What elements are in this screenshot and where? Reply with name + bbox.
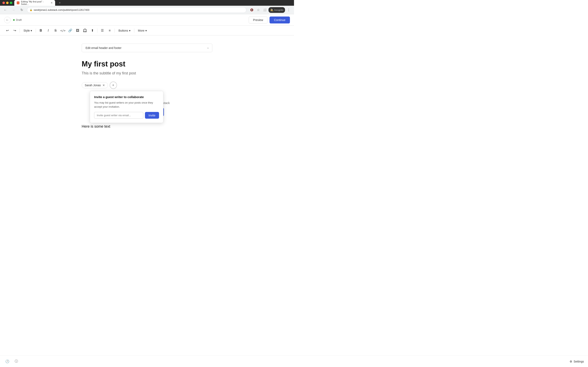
more-label: More (138, 29, 145, 32)
preview-button[interactable]: Preview (249, 17, 268, 24)
tab-close-button[interactable]: ✕ (51, 1, 53, 4)
bold-button[interactable]: B (38, 27, 44, 34)
header-actions: Preview Continue (249, 17, 290, 24)
code-button[interactable]: </> (60, 27, 66, 34)
incognito-icon: 🕵 (270, 8, 273, 11)
minimize-window-button[interactable] (6, 2, 9, 4)
draft-dot (13, 19, 15, 21)
editor-content-area: Edit email header and footer › My first … (0, 35, 294, 165)
incognito-label: Incognito (274, 9, 283, 11)
editor-header: ← Draft Preview Continue (0, 14, 294, 26)
reload-button[interactable]: ↻ (19, 7, 25, 13)
invite-guest-writer-popup: Invite a guest writer to collaborate You… (90, 91, 163, 123)
more-dropdown[interactable]: More ▾ (136, 28, 149, 33)
media-control-button[interactable]: 🔇 (249, 7, 255, 13)
browser-actions: 🔇 ☆ ⬜ 🕵 Incognito ⋮ (249, 7, 292, 13)
email-header-bar[interactable]: Edit email header and footer › (82, 44, 212, 52)
tab-favicon: S (17, 1, 19, 4)
invite-button[interactable]: Invite (145, 112, 159, 119)
post-title[interactable]: My first post (82, 59, 212, 68)
back-button[interactable]: ← (4, 17, 11, 23)
invite-email-input[interactable] (94, 112, 143, 119)
buttons-dropdown-icon: ▾ (129, 29, 130, 32)
forward-navigation-button[interactable]: → (11, 7, 16, 13)
buttons-dropdown[interactable]: Buttons ▾ (116, 28, 132, 33)
draft-label: Draft (16, 18, 22, 21)
audio-button[interactable]: 🎧 (82, 27, 88, 34)
buttons-label: Buttons (118, 29, 128, 32)
draft-status: Draft (13, 18, 22, 21)
new-tab-button[interactable]: + (57, 1, 62, 5)
remove-author-button[interactable]: ✕ (103, 83, 105, 87)
bullet-list-button[interactable]: ☰ (99, 27, 105, 34)
add-author-icon: + (112, 83, 114, 87)
invite-popup-description: You may list guest writers on your posts… (94, 101, 159, 109)
maximize-window-button[interactable] (10, 2, 12, 4)
more-dropdown-icon: ▾ (145, 29, 147, 32)
incognito-badge: 🕵 Incognito (268, 7, 285, 13)
redo-button[interactable]: ↪ (11, 27, 18, 34)
post-subtitle[interactable]: This is the subtitle of my first post (82, 71, 212, 75)
split-view-button[interactable]: ⬜ (262, 7, 268, 13)
bookmark-button[interactable]: ☆ (255, 7, 261, 13)
editor-scroll-area[interactable]: Edit email header and footer › My first … (0, 35, 294, 165)
author-chip: Sarah Jonas ✕ (82, 82, 108, 88)
style-dropdown-icon: ▾ (31, 29, 32, 32)
tab-bar: S Editing "My first post" - Subst... ✕ + (0, 0, 294, 6)
tab-title: Editing "My first post" - Subst... (21, 0, 49, 5)
author-area: Sarah Jonas ✕ + Invite a guest writer to… (82, 82, 212, 89)
lock-icon: 🔒 (30, 8, 33, 11)
strikethrough-button[interactable]: S (52, 27, 59, 34)
url-text: sarahjonas1.substack.com/publish/post/11… (34, 8, 89, 11)
toolbar-divider-3 (97, 29, 97, 33)
traffic-lights (2, 2, 12, 4)
close-window-button[interactable] (2, 2, 5, 4)
author-name: Sarah Jonas (85, 83, 101, 87)
style-label: Style (24, 29, 30, 32)
invite-popup-title: Invite a guest writer to collaborate (94, 95, 159, 99)
editor-toolbar: ↩ ↪ Style ▾ B I S </> 🔗 🖼 🎧 ⬆ ☰ ≡ Button… (0, 26, 294, 35)
active-tab[interactable]: S Editing "My first post" - Subst... ✕ (14, 0, 55, 6)
continue-button[interactable]: Continue (269, 17, 290, 24)
browser-window: S Editing "My first post" - Subst... ✕ +… (0, 0, 294, 165)
browser-menu-button[interactable]: ⋮ (286, 7, 292, 13)
address-bar: ← → ↻ 🔒 sarahjonas1.substack.com/publish… (0, 6, 294, 14)
back-navigation-button[interactable]: ← (2, 7, 8, 13)
url-bar[interactable]: 🔒 sarahjonas1.substack.com/publish/post/… (27, 7, 246, 13)
toolbar-divider-4 (114, 29, 115, 33)
email-header-text: Edit email header and footer (86, 46, 121, 50)
image-button[interactable]: 🖼 (74, 27, 81, 34)
undo-button[interactable]: ↩ (4, 27, 11, 34)
italic-button[interactable]: I (45, 27, 52, 34)
toolbar-divider-5 (134, 29, 134, 33)
add-author-button[interactable]: + (110, 82, 117, 89)
toolbar-divider-2 (36, 29, 36, 33)
style-dropdown[interactable]: Style ▾ (21, 28, 34, 33)
invite-row: Invite (94, 112, 159, 119)
upload-button[interactable]: ⬆ (89, 27, 95, 34)
chevron-right-icon: › (208, 46, 208, 50)
editor-inner: Edit email header and footer › My first … (82, 44, 212, 129)
ordered-list-button[interactable]: ≡ (106, 27, 113, 34)
body-text[interactable]: Here is some text (82, 124, 212, 129)
toolbar-divider-1 (20, 29, 20, 33)
link-button[interactable]: 🔗 (67, 27, 73, 34)
